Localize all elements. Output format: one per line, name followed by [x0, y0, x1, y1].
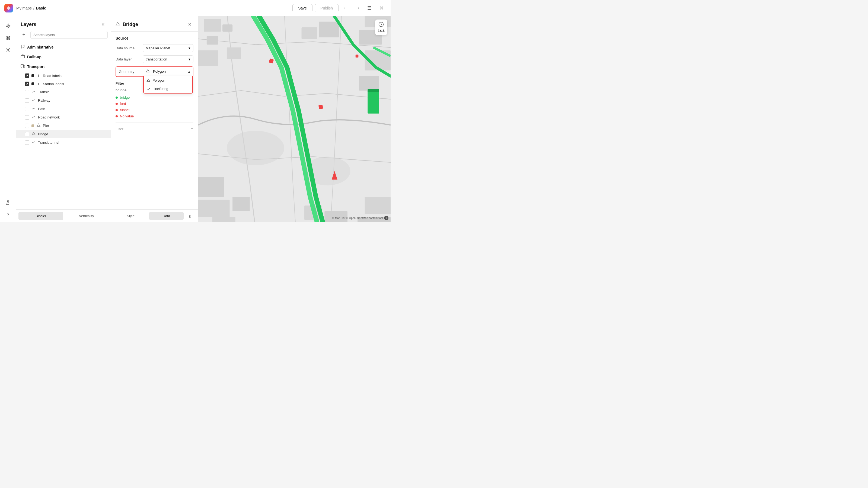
railway-checkbox[interactable]: [25, 98, 29, 103]
layers-list: Administrative Built-up Transport: [16, 42, 111, 209]
layer-group-administrative[interactable]: Administrative: [16, 42, 111, 52]
svg-rect-17: [222, 24, 232, 31]
geometry-select[interactable]: Polygon ▴: [143, 67, 193, 76]
add-filter-label: Filter: [116, 127, 123, 131]
bridge-back-icon[interactable]: [116, 22, 120, 27]
sidebar-icon-settings[interactable]: [3, 44, 13, 55]
verticality-tab[interactable]: Verticality: [64, 212, 109, 220]
data-tab[interactable]: Data: [149, 212, 184, 220]
menu-button[interactable]: ☰: [365, 3, 374, 13]
layers-search-row: +: [16, 30, 111, 42]
path-type-icon: [31, 106, 36, 111]
geometry-label: Geometry: [116, 67, 143, 76]
attribution-info-icon[interactable]: i: [384, 216, 389, 220]
road-labels-checkbox[interactable]: [25, 73, 29, 78]
path-checkbox[interactable]: [25, 107, 29, 111]
railway-name: Railway: [38, 98, 106, 102]
filter-item-tunnel: tunnel: [116, 107, 193, 113]
svg-rect-20: [198, 200, 230, 217]
station-labels-name: Station labels: [43, 82, 106, 86]
geometry-options-dropdown: Polygon LineString: [143, 76, 193, 94]
bridge-close-button[interactable]: ✕: [186, 21, 193, 28]
transport-icon: [21, 64, 25, 69]
add-layer-button[interactable]: +: [20, 30, 28, 39]
layer-item-road-network[interactable]: Road network: [16, 113, 111, 122]
geometry-option-polygon[interactable]: Polygon: [144, 76, 192, 85]
layer-item-station-labels[interactable]: T Station labels: [16, 80, 111, 88]
layers-search-input[interactable]: [30, 31, 108, 39]
data-source-select[interactable]: MapTiler Planet ▾: [143, 44, 193, 52]
sidebar-icon-help[interactable]: ?: [3, 212, 13, 222]
save-button[interactable]: Save: [292, 4, 312, 12]
data-layer-label: Data layer: [116, 57, 143, 61]
svg-rect-22: [212, 217, 236, 222]
svg-marker-8: [37, 124, 40, 126]
ford-filter-dot: [116, 103, 118, 105]
add-filter-row[interactable]: Filter +: [116, 123, 193, 135]
administrative-icon: [21, 44, 25, 50]
bridge-header: Bridge ✕: [111, 16, 198, 32]
layers-footer: Blocks Verticality: [16, 209, 111, 222]
svg-rect-29: [301, 27, 317, 39]
code-tab[interactable]: {}: [185, 212, 195, 220]
ford-filter-value[interactable]: ford: [120, 102, 126, 106]
layers-title: Layers: [21, 22, 36, 27]
builtup-label: Built-up: [27, 55, 41, 59]
blocks-tab[interactable]: Blocks: [19, 212, 63, 220]
map-area[interactable]: 14.6 © MapTiler © OpenStreetMap contribu…: [198, 16, 391, 222]
station-labels-checkbox[interactable]: [25, 82, 29, 86]
logo-icon: [4, 4, 13, 12]
tunnel-filter-value[interactable]: tunnel: [120, 108, 129, 112]
bridge-filter-dot: [116, 97, 118, 99]
layer-item-transit-tunnel[interactable]: Transit tunnel: [16, 138, 111, 147]
layers-close-button[interactable]: ✕: [99, 21, 106, 28]
bridge-checkbox[interactable]: [25, 132, 29, 136]
geometry-polygon-icon: [146, 69, 150, 74]
topbar-actions: Save Publish ← → ☰ ✕: [292, 3, 386, 13]
style-tab[interactable]: Style: [113, 212, 148, 220]
sidebar-icon-puzzle[interactable]: [3, 199, 13, 210]
svg-marker-12: [147, 79, 150, 82]
geometry-value: Polygon: [153, 69, 166, 73]
transit-tunnel-type-icon: [31, 140, 36, 145]
forward-button[interactable]: →: [352, 3, 362, 13]
layer-item-transit[interactable]: Transit: [16, 88, 111, 96]
breadcrumb-parent[interactable]: My maps: [16, 6, 32, 10]
publish-button[interactable]: Publish: [315, 4, 339, 12]
data-layer-select[interactable]: transportation ▾: [143, 55, 193, 63]
sidebar-icon-layers[interactable]: [3, 33, 13, 43]
transit-name: Transit: [38, 90, 106, 94]
map-zoom-indicator[interactable]: 14.6: [375, 20, 388, 35]
svg-rect-36: [368, 89, 379, 92]
road-labels-type-icon: T: [36, 74, 41, 77]
data-source-label: Data source: [116, 46, 143, 50]
clock-icon: [378, 22, 384, 28]
tunnel-filter-dot: [116, 109, 118, 111]
close-button[interactable]: ✕: [376, 3, 386, 13]
pier-checkbox[interactable]: [25, 124, 29, 128]
layer-item-pier[interactable]: Pier: [16, 122, 111, 130]
data-layer-row: Data layer transportation ▾: [116, 55, 193, 63]
bridge-panel: Bridge ✕ Source Data source MapTiler Pla…: [111, 16, 198, 222]
sidebar-icon-lightning[interactable]: [3, 21, 13, 31]
station-labels-color: [31, 83, 34, 85]
layer-item-road-labels[interactable]: T Road labels: [16, 72, 111, 80]
svg-rect-15: [207, 36, 218, 45]
layer-item-path[interactable]: Path: [16, 105, 111, 113]
layer-group-builtup[interactable]: Built-up: [16, 52, 111, 62]
svg-marker-1: [6, 36, 10, 38]
road-network-name: Road network: [38, 115, 106, 119]
bridge-filter-value[interactable]: bridge: [120, 95, 130, 99]
map-svg: [198, 16, 391, 222]
bridge-type-icon: [31, 132, 36, 136]
layer-item-railway[interactable]: Railway: [16, 96, 111, 105]
layer-item-bridge[interactable]: Bridge: [16, 130, 111, 138]
back-button[interactable]: ←: [341, 3, 350, 13]
geometry-option-linestring[interactable]: LineString: [144, 85, 192, 93]
layer-group-transport[interactable]: Transport: [16, 62, 111, 72]
svg-point-2: [7, 50, 9, 51]
no-value-filter-value[interactable]: No value: [120, 114, 134, 118]
transit-checkbox[interactable]: [25, 90, 29, 94]
road-network-checkbox[interactable]: [25, 115, 29, 120]
transit-tunnel-checkbox[interactable]: [25, 140, 29, 145]
